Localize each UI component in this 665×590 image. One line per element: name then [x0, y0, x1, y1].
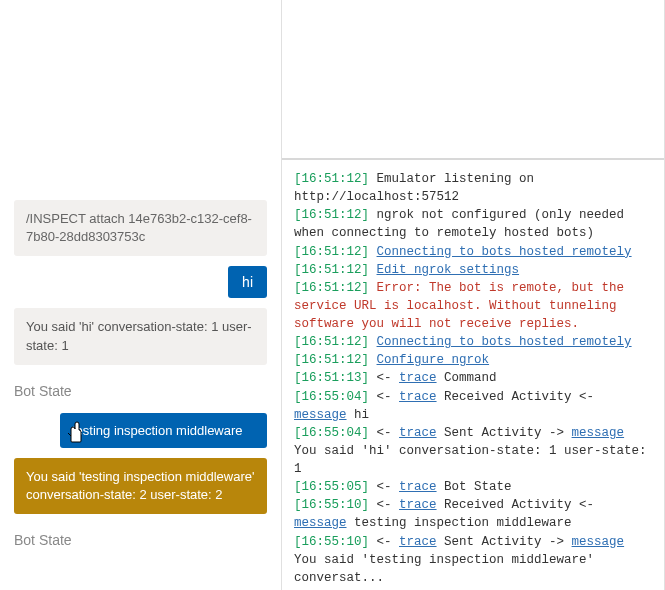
log-line: [16:51:12] Configure ngrok: [294, 351, 652, 369]
log-link[interactable]: message: [294, 516, 347, 530]
log-line: [16:51:12] Connecting to bots hosted rem…: [294, 333, 652, 351]
log-link[interactable]: Configure ngrok: [377, 353, 490, 367]
bot-state-label-2: Bot State: [14, 532, 267, 548]
log-output[interactable]: [16:51:12] Emulator listening on http://…: [282, 160, 664, 590]
log-timestamp: [16:51:13]: [294, 371, 369, 385]
log-link[interactable]: message: [572, 426, 625, 440]
log-link[interactable]: Connecting to bots hosted remotely: [377, 245, 632, 259]
log-line: [16:55:05] <- trace Bot State: [294, 478, 652, 496]
log-link[interactable]: Edit ngrok settings: [377, 263, 520, 277]
inspect-command-message[interactable]: /INSPECT attach 14e763b2-c132-cef8-7b80-…: [14, 200, 267, 256]
log-link[interactable]: trace: [399, 426, 437, 440]
log-timestamp: [16:51:12]: [294, 245, 369, 259]
log-line: [16:51:12] Error: The bot is remote, but…: [294, 279, 652, 333]
log-timestamp: [16:55:04]: [294, 390, 369, 404]
bot-reply-2[interactable]: You said 'testing inspection middleware'…: [14, 458, 267, 514]
log-line: [16:55:10] <- trace Sent Activity -> mes…: [294, 533, 652, 587]
log-timestamp: [16:55:10]: [294, 535, 369, 549]
chat-panel: /INSPECT attach 14e763b2-c132-cef8-7b80-…: [0, 0, 282, 590]
user-message-hi[interactable]: hi: [228, 266, 267, 298]
log-timestamp: [16:51:12]: [294, 353, 369, 367]
log-line: [16:55:04] <- trace Received Activity <-…: [294, 388, 652, 424]
app-container: /INSPECT attach 14e763b2-c132-cef8-7b80-…: [0, 0, 665, 590]
log-timestamp: [16:51:12]: [294, 208, 369, 222]
log-link[interactable]: trace: [399, 480, 437, 494]
log-line: [16:55:10] <- trace Received Activity <-…: [294, 496, 652, 532]
log-link[interactable]: trace: [399, 390, 437, 404]
log-timestamp: [16:51:12]: [294, 172, 369, 186]
log-timestamp: [16:55:05]: [294, 480, 369, 494]
log-timestamp: [16:51:12]: [294, 335, 369, 349]
log-timestamp: [16:55:04]: [294, 426, 369, 440]
inspector-top-area: [282, 0, 664, 160]
log-line: [16:51:12] ngrok not configured (only ne…: [294, 206, 652, 242]
user-message-row: hi: [14, 266, 267, 298]
right-panel: [16:51:12] Emulator listening on http://…: [282, 0, 665, 590]
chat-spacer: [14, 0, 267, 200]
user-typing-bubble[interactable]: testing inspection middleware: [60, 413, 267, 448]
log-link[interactable]: trace: [399, 535, 437, 549]
log-line: [16:51:13] <- trace Command: [294, 369, 652, 387]
log-link[interactable]: trace: [399, 371, 437, 385]
log-timestamp: [16:51:12]: [294, 263, 369, 277]
log-link[interactable]: Connecting to bots hosted remotely: [377, 335, 632, 349]
log-link[interactable]: trace: [399, 498, 437, 512]
log-line: [16:51:12] Edit ngrok settings: [294, 261, 652, 279]
log-timestamp: [16:51:12]: [294, 281, 369, 295]
log-line: [16:51:12] Connecting to bots hosted rem…: [294, 243, 652, 261]
log-line: [16:51:12] Emulator listening on http://…: [294, 170, 652, 206]
bot-reply-1[interactable]: You said 'hi' conversation-state: 1 user…: [14, 308, 267, 364]
log-link[interactable]: message: [294, 408, 347, 422]
typing-row: testing inspection middleware: [14, 413, 267, 448]
log-line: [16:55:04] <- trace Sent Activity -> mes…: [294, 424, 652, 478]
bot-state-label-1: Bot State: [14, 383, 267, 399]
log-timestamp: [16:55:10]: [294, 498, 369, 512]
log-link[interactable]: message: [572, 535, 625, 549]
